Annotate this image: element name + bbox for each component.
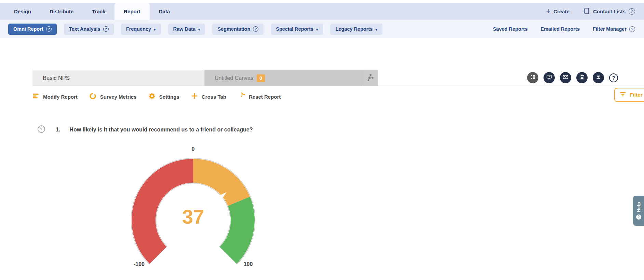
nps-gauge: 0 37 -100 100 — [115, 143, 272, 272]
email-button[interactable] — [560, 72, 571, 83]
help-icon[interactable]: ? — [46, 26, 52, 32]
report-icon-cluster: ? — [527, 72, 618, 83]
gauge-min-label: -100 — [134, 261, 145, 267]
frequency-dropdown[interactable]: Frequency ▾ — [121, 24, 161, 35]
save-button[interactable] — [576, 72, 588, 83]
contact-lists-button[interactable]: Contact Lists ? — [582, 7, 635, 16]
nav-tabs: Design Distribute Track Report Data — [5, 3, 179, 20]
gauge-top-label: 0 — [192, 146, 195, 152]
settings-label: Settings — [159, 94, 179, 100]
segmentation-button[interactable]: Segmentation ? — [212, 24, 264, 35]
chevron-down-icon: ▾ — [198, 28, 200, 31]
gauge-max-label: 100 — [244, 261, 253, 267]
emailed-reports-link[interactable]: Emailed Reports — [540, 26, 579, 32]
chevron-down-icon: ▾ — [375, 28, 377, 31]
settings-button[interactable]: Settings — [148, 93, 179, 101]
create-label: Create — [553, 9, 569, 14]
question-number: 1. — [56, 127, 60, 133]
node-link-icon — [366, 73, 374, 83]
reset-report-label: Reset Report — [249, 94, 281, 100]
gear-icon — [148, 93, 156, 101]
nav-right: + Create Contact Lists ? — [546, 3, 635, 20]
nav-tab-design[interactable]: Design — [5, 3, 40, 20]
saved-reports-link[interactable]: Saved Reports — [493, 26, 528, 32]
report-page: Design Distribute Track Report Data + Cr… — [0, 0, 644, 280]
filter-manager-label: Filter Manager — [593, 26, 627, 32]
arrange-button[interactable] — [527, 72, 538, 83]
gauge-value: 37 — [182, 206, 204, 228]
notebook-icon — [582, 7, 590, 16]
raw-data-dropdown[interactable]: Raw Data ▾ — [168, 24, 205, 35]
omni-report-button[interactable]: Omni Report ? — [8, 24, 57, 35]
special-reports-dropdown[interactable]: Special Reports ▾ — [271, 24, 323, 35]
chevron-down-icon: ▾ — [154, 28, 156, 31]
canvas-tab-untitled[interactable]: Untitled Canvas 0 — [204, 70, 361, 86]
present-button[interactable] — [544, 72, 555, 83]
help-icon[interactable]: ? — [253, 26, 258, 32]
help-icon[interactable]: ? — [609, 73, 618, 82]
plus-icon: + — [546, 8, 550, 15]
chevron-down-icon: ▾ — [316, 28, 318, 31]
nav-tab-report[interactable]: Report — [115, 3, 149, 20]
nps-gauge-container: 0 37 -100 100 — [115, 143, 272, 272]
nav-tab-data[interactable]: Data — [150, 3, 179, 20]
question-row: 1. How likely is it that you would recom… — [37, 125, 253, 135]
report-toolbar: Omni Report ? Text Analysis ? Frequency … — [0, 20, 644, 38]
arrange-icon — [530, 74, 536, 81]
omni-report-label: Omni Report — [13, 26, 43, 32]
speedometer-icon — [37, 125, 45, 135]
nav-tab-track[interactable]: Track — [83, 3, 115, 20]
filter-manager-link[interactable]: Filter Manager ? — [593, 26, 635, 32]
create-button[interactable]: + Create — [546, 8, 569, 15]
nav-tab-distribute[interactable]: Distribute — [40, 3, 83, 20]
canvas-tools-button[interactable] — [361, 70, 378, 86]
plus-icon — [191, 93, 198, 101]
question-text: How likely is it that you would recommen… — [69, 127, 253, 133]
filter-icon — [620, 92, 626, 98]
toolbar-links: Saved Reports Emailed Reports Filter Man… — [493, 20, 635, 38]
legacy-reports-dropdown[interactable]: Legacy Reports ▾ — [330, 24, 382, 35]
text-analysis-button[interactable]: Text Analysis ? — [64, 24, 114, 35]
survey-metrics-button[interactable]: Survey Metrics — [89, 93, 137, 101]
email-icon — [563, 74, 568, 81]
survey-metrics-icon — [89, 93, 96, 101]
reset-icon — [238, 93, 245, 101]
contact-lists-help-icon[interactable]: ? — [629, 8, 635, 15]
reset-report-button[interactable]: Reset Report — [238, 93, 281, 101]
filter-button[interactable]: Filter — [614, 88, 644, 102]
promoter-zone — [220, 197, 255, 264]
special-reports-label: Special Reports — [276, 26, 313, 32]
filter-label: Filter — [630, 92, 643, 98]
canvas-count-badge: 0 — [257, 74, 265, 82]
help-icon: ? — [636, 214, 641, 220]
contact-lists-label: Contact Lists — [593, 9, 626, 14]
report-title-input[interactable] — [32, 70, 204, 86]
survey-metrics-label: Survey Metrics — [100, 94, 137, 100]
help-icon[interactable]: ? — [103, 26, 109, 32]
save-icon — [579, 74, 585, 81]
download-icon — [595, 74, 601, 81]
report-type-buttons: Omni Report ? Text Analysis ? Frequency … — [8, 20, 383, 38]
help-tab[interactable]: Help ? — [633, 196, 644, 226]
modify-report-icon — [32, 93, 39, 101]
modify-report-button[interactable]: Modify Report — [32, 93, 78, 101]
cross-tab-label: Cross Tab — [202, 94, 226, 100]
cross-tab-button[interactable]: Cross Tab — [191, 93, 226, 101]
modify-report-label: Modify Report — [43, 94, 78, 100]
report-actions: Modify Report Survey Metrics — [32, 90, 281, 103]
canvas-tab-label: Untitled Canvas — [215, 75, 253, 81]
help-tab-label: Help — [636, 202, 641, 212]
frequency-label: Frequency — [126, 26, 151, 32]
help-icon[interactable]: ? — [629, 26, 635, 32]
top-navbar: Design Distribute Track Report Data + Cr… — [0, 3, 644, 20]
legacy-reports-label: Legacy Reports — [335, 26, 373, 32]
segmentation-label: Segmentation — [217, 26, 250, 32]
text-analysis-label: Text Analysis — [69, 26, 100, 32]
present-icon — [546, 74, 552, 81]
raw-data-label: Raw Data — [173, 26, 196, 32]
download-button[interactable] — [593, 72, 604, 83]
